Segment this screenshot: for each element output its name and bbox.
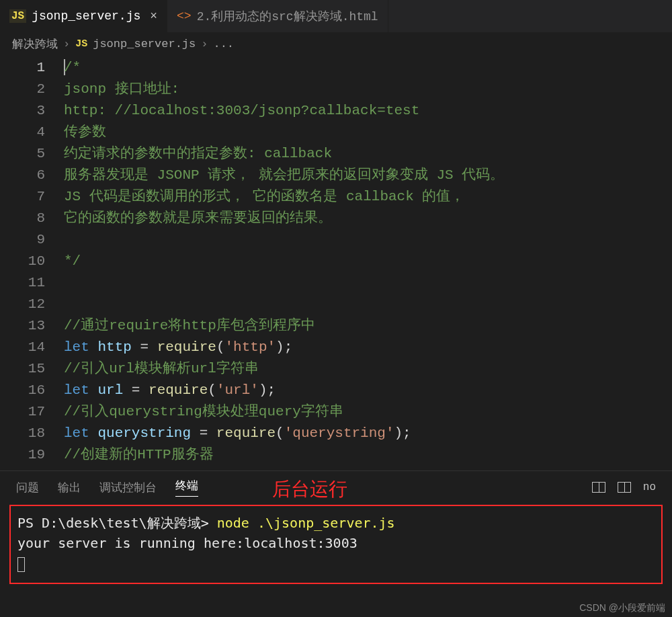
split-editor-icon[interactable] xyxy=(592,482,605,493)
terminal-cursor xyxy=(17,557,25,572)
js-file-icon xyxy=(75,38,87,50)
tab-label: 2.利用动态的src解决跨域.html xyxy=(197,8,378,24)
watermark: CSDN @小段爱前端 xyxy=(579,602,665,614)
breadcrumb-tail: ... xyxy=(213,38,234,50)
terminal-prompt: PS D:\desk\test\解决跨域> xyxy=(17,515,217,531)
panel-tab-output[interactable]: 输出 xyxy=(58,480,81,495)
chevron-right-icon: › xyxy=(201,38,208,50)
js-file-icon xyxy=(9,9,26,23)
breadcrumb[interactable]: 解决跨域 › jsonp_server.js › ... xyxy=(0,32,672,56)
chevron-right-icon: › xyxy=(63,38,70,50)
tab-html-file[interactable]: <> 2.利用动态的src解决跨域.html xyxy=(167,0,388,32)
terminal-output: your server is running here:localhost:30… xyxy=(17,535,358,551)
close-icon[interactable]: × xyxy=(150,9,157,23)
panel-tab-terminal[interactable]: 终端 xyxy=(175,478,198,497)
split-panel-icon[interactable] xyxy=(618,482,631,493)
tab-jsonp-server[interactable]: jsonp_server.js × xyxy=(0,0,167,32)
line-gutter: 12345678910111213141516171819 xyxy=(0,57,64,466)
html-file-icon: <> xyxy=(177,9,192,23)
code-area[interactable]: /*jsonp 接口地址:http: //localhost:3003/json… xyxy=(64,57,672,466)
code-editor[interactable]: 12345678910111213141516171819 /*jsonp 接口… xyxy=(0,56,672,466)
terminal-command: node .\jsonp_server.js xyxy=(217,515,395,531)
panel-tab-debug[interactable]: 调试控制台 xyxy=(99,480,157,495)
panel-tab-problems[interactable]: 问题 xyxy=(16,480,39,495)
breadcrumb-folder: 解决跨域 xyxy=(12,36,58,52)
annotation-label: 后台运行 xyxy=(272,477,347,502)
terminal[interactable]: PS D:\desk\test\解决跨域> node .\jsonp_serve… xyxy=(9,505,663,584)
panel-selector-label[interactable]: no xyxy=(643,481,656,493)
editor-tabs: jsonp_server.js × <> 2.利用动态的src解决跨域.html xyxy=(0,0,672,32)
tab-label: jsonp_server.js xyxy=(32,9,140,23)
breadcrumb-file: jsonp_server.js xyxy=(93,38,196,50)
bottom-panel: 问题 输出 调试控制台 终端 no 后台运行 PS D:\desk\test\解… xyxy=(0,470,672,600)
